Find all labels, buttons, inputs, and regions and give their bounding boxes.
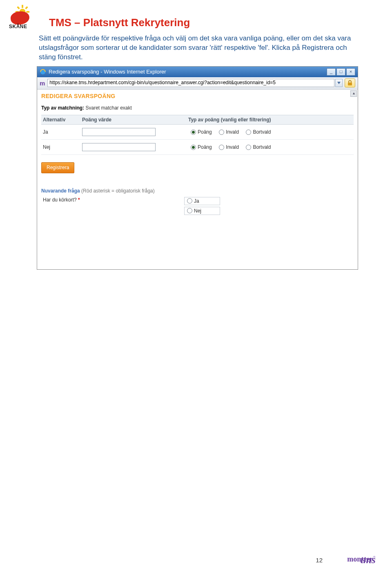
svg-line-7 bbox=[26, 7, 28, 9]
radio-group-nej: Poäng Invald Bortvald bbox=[188, 144, 354, 150]
url-dropdown-button[interactable] bbox=[335, 79, 343, 87]
window-maximize-button[interactable]: □ bbox=[336, 68, 345, 76]
instruction-paragraph: Sätt ett poängvärde för respektive fråga… bbox=[0, 31, 392, 64]
match-type-value: Svaret matchar exakt bbox=[85, 105, 131, 111]
chevron-down-icon bbox=[337, 82, 341, 84]
radio-invald-nej[interactable] bbox=[219, 145, 224, 150]
region-skane-logo: SKÅNE bbox=[8, 4, 37, 31]
page-number: 12 bbox=[316, 557, 323, 564]
radio-bortvald-nej[interactable] bbox=[246, 145, 251, 150]
window-minimize-button[interactable]: _ bbox=[327, 68, 336, 76]
question-option-ja[interactable]: Ja bbox=[184, 197, 220, 205]
registrera-button[interactable]: Registrera bbox=[41, 162, 74, 173]
current-question-heading: Nuvarande fråga bbox=[41, 188, 80, 194]
question-option-nej[interactable]: Nej bbox=[184, 207, 220, 215]
current-question-section: Nuvarande fråga (Röd asterisk = obligato… bbox=[41, 188, 354, 217]
poang-input-ja[interactable] bbox=[82, 128, 156, 136]
ie-icon bbox=[40, 69, 46, 75]
radio-group-ja: Poäng Invald Bortvald bbox=[188, 129, 354, 135]
row-label-ja: Ja bbox=[41, 129, 82, 135]
radio-poang-ja[interactable] bbox=[191, 130, 196, 135]
window-titlebar: Redigera svarspoäng - Windows Internet E… bbox=[37, 67, 358, 77]
radio-option-ja[interactable] bbox=[187, 198, 192, 204]
address-bar: m https://skane.tms.hrdepartment.com/cgi… bbox=[37, 77, 358, 89]
match-type-label: Typ av matchning: bbox=[41, 105, 84, 111]
site-favicon: m bbox=[40, 80, 45, 87]
svg-marker-10 bbox=[337, 82, 341, 84]
poang-input-nej[interactable] bbox=[82, 143, 156, 151]
match-type-row: Typ av matchning: Svaret matchar exakt bbox=[41, 105, 354, 111]
current-question-note: (Röd asterisk = obligatorisk fråga) bbox=[81, 188, 155, 194]
url-field[interactable]: https://skane.tms.hrdepartment.com/cgi-b… bbox=[47, 79, 334, 87]
lock-icon bbox=[347, 80, 352, 86]
svg-line-5 bbox=[18, 7, 20, 9]
document-header: SKÅNE TMS – Platsnytt Rekrytering bbox=[0, 0, 392, 31]
document-title: TMS – Platsnytt Rekrytering bbox=[49, 16, 190, 29]
page-content: ▴ REDIGERA SVARSPOÄNG Typ av matchning: … bbox=[37, 89, 358, 269]
question-options: Ja Nej bbox=[184, 197, 220, 217]
radio-option-nej[interactable] bbox=[187, 208, 192, 213]
column-header-alternativ: Alternativ bbox=[41, 117, 82, 123]
tms-logo: tms bbox=[360, 554, 376, 566]
radio-poang-nej[interactable] bbox=[191, 145, 196, 150]
window-title: Redigera svarspoäng - Windows Internet E… bbox=[49, 69, 166, 75]
window-close-button[interactable]: × bbox=[346, 68, 355, 76]
radio-bortvald-ja[interactable] bbox=[246, 130, 251, 135]
svg-rect-11 bbox=[348, 83, 352, 85]
scroll-up-button[interactable]: ▴ bbox=[350, 90, 357, 97]
radio-invald-ja[interactable] bbox=[219, 130, 224, 135]
column-header-poang-varde: Poäng värde bbox=[82, 117, 188, 123]
required-asterisk: * bbox=[78, 197, 80, 203]
logo-text: SKÅNE bbox=[9, 24, 27, 29]
row-label-nej: Nej bbox=[41, 144, 82, 150]
table-row: Nej Poäng Invald Bortvald bbox=[41, 140, 354, 155]
column-header-typ: Typ av poäng (vanlig eller filtrering) bbox=[188, 117, 354, 123]
table-row: Ja Poäng Invald Bortvald bbox=[41, 125, 354, 140]
question-text: Har du körkort? * bbox=[41, 197, 184, 217]
table-header-row: Alternativ Poäng värde Typ av poäng (van… bbox=[41, 115, 354, 125]
security-lock-button[interactable] bbox=[345, 78, 355, 87]
form-heading: REDIGERA SVARSPOÄNG bbox=[41, 93, 354, 99]
browser-window: Redigera svarspoäng - Windows Internet E… bbox=[37, 66, 358, 270]
